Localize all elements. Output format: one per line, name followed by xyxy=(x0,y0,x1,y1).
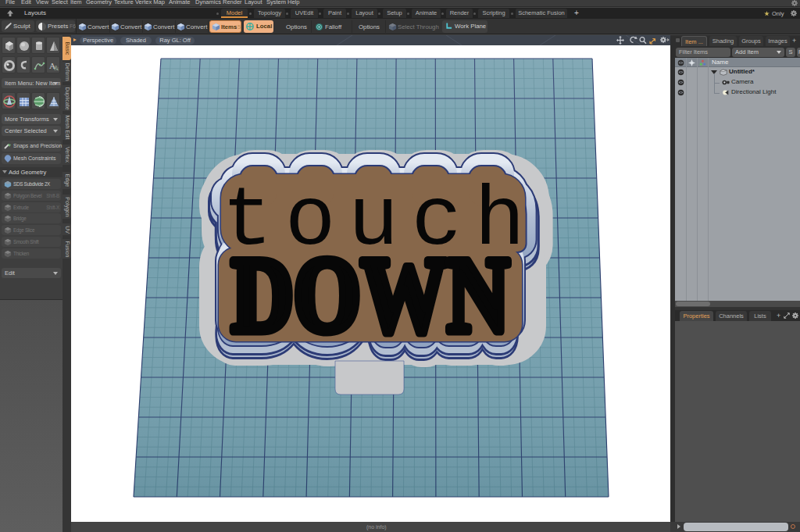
svg-text:&: & xyxy=(54,65,59,72)
svg-text:DOWN: DOWN xyxy=(231,235,509,355)
